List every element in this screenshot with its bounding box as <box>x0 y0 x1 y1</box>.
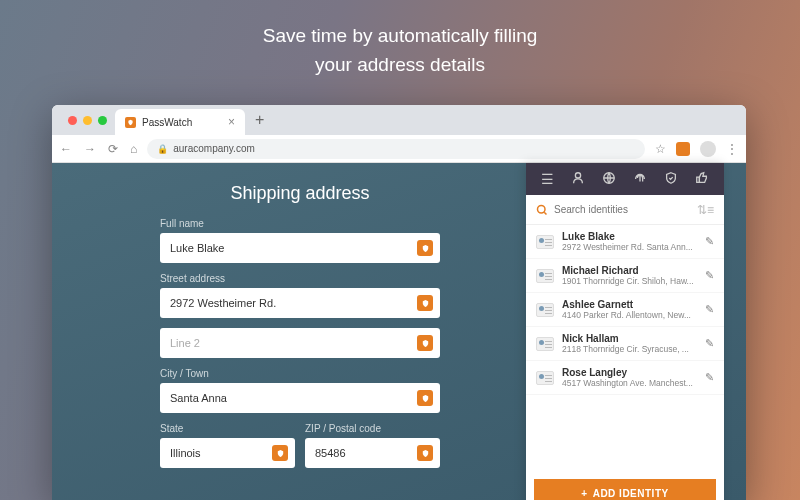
fullname-input[interactable] <box>160 233 440 263</box>
reload-icon[interactable]: ⟳ <box>108 142 118 156</box>
identity-item[interactable]: Nick Hallam2118 Thornridge Cir. Syracuse… <box>526 327 724 361</box>
thumbs-up-icon[interactable] <box>695 171 709 188</box>
autofill-shield-icon[interactable] <box>417 240 433 256</box>
identity-item[interactable]: Ashlee Garnett4140 Parker Rd. Allentown,… <box>526 293 724 327</box>
autofill-shield-icon[interactable] <box>272 445 288 461</box>
lock-icon: 🔒 <box>157 144 168 154</box>
id-card-icon <box>536 337 554 351</box>
tab-title: PassWatch <box>142 117 192 128</box>
search-icon <box>536 204 548 216</box>
menu-icon[interactable]: ⋮ <box>726 142 738 156</box>
person-icon[interactable] <box>571 171 585 188</box>
new-tab-button[interactable]: + <box>245 111 274 129</box>
globe-icon[interactable] <box>602 171 616 188</box>
fingerprint-icon[interactable] <box>633 171 647 188</box>
promo-headline: Save time by automatically fillingyour a… <box>0 0 800 97</box>
edit-icon[interactable]: ✎ <box>705 371 714 384</box>
add-identity-button[interactable]: +ADD IDENTITY <box>534 479 716 500</box>
city-input[interactable] <box>160 383 440 413</box>
sort-icon[interactable]: ⇅≡ <box>697 203 714 217</box>
tab-strip: PassWatch × + <box>52 105 746 135</box>
identity-list: Luke Blake2972 Westheimer Rd. Santa Ann.… <box>526 225 724 471</box>
shipping-form: Shipping address Full name Street addres… <box>160 183 440 478</box>
extension-icon[interactable] <box>676 142 690 156</box>
identity-item[interactable]: Luke Blake2972 Westheimer Rd. Santa Ann.… <box>526 225 724 259</box>
identity-panel: ☰ ⇅≡ Luke Blake2972 Westheimer Rd. Santa… <box>526 163 724 500</box>
window-controls[interactable] <box>60 116 115 125</box>
svg-point-0 <box>575 172 580 177</box>
label-zip: ZIP / Postal code <box>305 423 440 434</box>
line2-input[interactable] <box>160 328 440 358</box>
street-input[interactable] <box>160 288 440 318</box>
close-icon[interactable]: × <box>228 115 235 129</box>
svg-point-2 <box>538 205 546 213</box>
label-fullname: Full name <box>160 218 440 229</box>
edit-icon[interactable]: ✎ <box>705 235 714 248</box>
id-card-icon <box>536 235 554 249</box>
label-city: City / Town <box>160 368 440 379</box>
edit-icon[interactable]: ✎ <box>705 303 714 316</box>
edit-icon[interactable]: ✎ <box>705 337 714 350</box>
identity-item[interactable]: Michael Richard1901 Thornridge Cir. Shil… <box>526 259 724 293</box>
autofill-shield-icon[interactable] <box>417 335 433 351</box>
edit-icon[interactable]: ✎ <box>705 269 714 282</box>
browser-window: PassWatch × + ← → ⟳ ⌂ 🔒 auracompany.com … <box>52 105 746 500</box>
page-content: Shipping address Full name Street addres… <box>52 163 746 500</box>
profile-avatar[interactable] <box>700 141 716 157</box>
search-input[interactable] <box>554 204 691 215</box>
search-bar: ⇅≡ <box>526 195 724 225</box>
id-card-icon <box>536 371 554 385</box>
label-street: Street address <box>160 273 440 284</box>
url-text: auracompany.com <box>173 143 255 154</box>
back-icon[interactable]: ← <box>60 142 72 156</box>
bookmark-icon[interactable]: ☆ <box>655 142 666 156</box>
identity-item[interactable]: Rose Langley4517 Washington Ave. Manches… <box>526 361 724 395</box>
autofill-shield-icon[interactable] <box>417 390 433 406</box>
plus-icon: + <box>581 488 587 499</box>
id-card-icon <box>536 269 554 283</box>
menu-icon[interactable]: ☰ <box>541 171 554 187</box>
autofill-shield-icon[interactable] <box>417 445 433 461</box>
url-field[interactable]: 🔒 auracompany.com <box>147 139 645 159</box>
home-icon[interactable]: ⌂ <box>130 142 137 156</box>
browser-tab[interactable]: PassWatch × <box>115 109 245 135</box>
form-title: Shipping address <box>160 183 440 204</box>
id-card-icon <box>536 303 554 317</box>
forward-icon[interactable]: → <box>84 142 96 156</box>
autofill-shield-icon[interactable] <box>417 295 433 311</box>
panel-toolbar: ☰ <box>526 163 724 195</box>
shield-icon <box>125 117 136 128</box>
address-bar: ← → ⟳ ⌂ 🔒 auracompany.com ☆ ⋮ <box>52 135 746 163</box>
label-state: State <box>160 423 295 434</box>
shield-check-icon[interactable] <box>664 171 678 188</box>
